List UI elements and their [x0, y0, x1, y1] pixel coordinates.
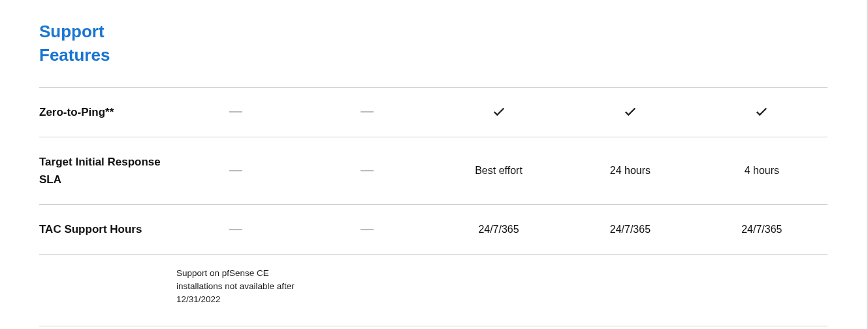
table-cell: Best effort [433, 165, 564, 177]
table-cell: 24 hours [564, 165, 696, 177]
row-cells: 24/7/36524/7/36524/7/365 [170, 224, 828, 235]
table-row: TAC Support Hours 24/7/36524/7/36524/7/3… [39, 204, 828, 254]
footnote-cell [433, 267, 564, 307]
row-label: Zero-to-Ping** [39, 103, 170, 121]
footnote-cells: Support on pfSense CE installations not … [170, 267, 828, 307]
table-cell: 24/7/365 [433, 224, 564, 235]
check-icon [754, 105, 769, 119]
row-cells: Best effort24 hours4 hours [170, 165, 828, 177]
table-cell [433, 105, 564, 119]
row-label: Target Initial Response SLA [39, 153, 170, 188]
footnote-cell [564, 267, 696, 307]
table-cell: 4 hours [696, 165, 828, 177]
row-cells [170, 105, 828, 119]
dash-icon [361, 229, 374, 230]
check-icon [623, 105, 637, 119]
footnote-cell [696, 267, 828, 307]
support-features-table: Zero-to-Ping** Target Initial Response S… [39, 87, 828, 327]
table-cell [696, 105, 828, 119]
table-cell [564, 105, 696, 119]
table-cell: 24/7/365 [696, 224, 828, 235]
dash-icon [229, 229, 242, 230]
footnote-spacer [39, 267, 170, 307]
row-label: TAC Support Hours [39, 220, 170, 238]
table-row: Target Initial Response SLA Best effort2… [39, 137, 828, 204]
footnote-row: Support on pfSense CE installations not … [39, 254, 828, 327]
table-cell [301, 105, 432, 119]
table-row: Zero-to-Ping** [39, 87, 828, 137]
footnote-cell: Support on pfSense CE installations not … [170, 267, 301, 307]
dash-icon [229, 170, 242, 171]
table-cell: 24/7/365 [564, 224, 696, 235]
table-cell [170, 105, 301, 119]
section-title: Support Features [39, 20, 170, 67]
footnote-cell [301, 267, 432, 307]
table-cell [170, 224, 301, 235]
dash-icon [229, 111, 242, 113]
table-cell [170, 165, 301, 177]
check-icon [492, 105, 506, 119]
dash-icon [361, 170, 374, 171]
dash-icon [361, 111, 374, 113]
table-cell [301, 165, 432, 177]
table-cell [301, 224, 432, 235]
